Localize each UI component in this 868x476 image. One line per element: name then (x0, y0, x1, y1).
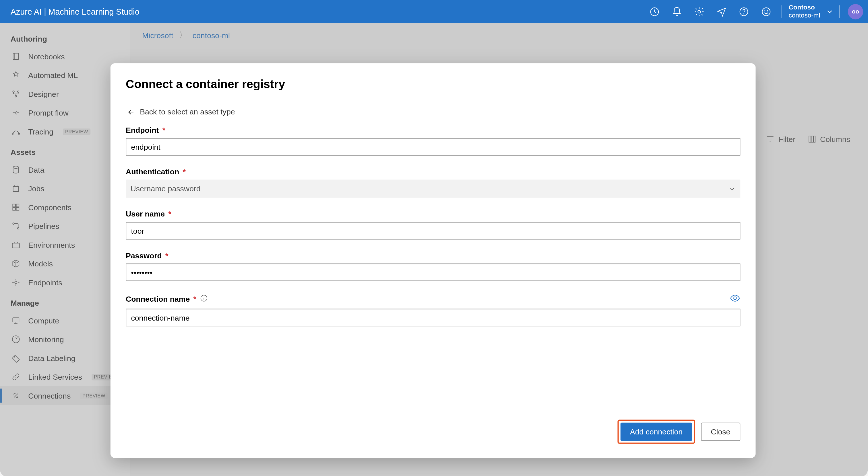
highlight-annotation: Add connection (618, 420, 695, 444)
username-label: User name* (126, 210, 740, 218)
endpoint-input[interactable] (126, 138, 740, 156)
endpoint-label: Endpoint* (126, 126, 740, 134)
svg-point-8 (12, 91, 14, 92)
svg-point-24 (14, 356, 14, 357)
sidebar-item-label: Pipelines (28, 222, 59, 231)
tracing-icon (11, 126, 21, 137)
recent-icon[interactable] (644, 0, 666, 23)
connection-name-input[interactable] (126, 309, 740, 326)
svg-point-21 (14, 281, 17, 283)
password-label: Password* (126, 251, 740, 260)
avatar[interactable]: oo (848, 4, 863, 19)
sidebar-item-label: Compute (28, 316, 59, 325)
smiley-icon[interactable] (755, 0, 778, 23)
svg-point-5 (765, 10, 765, 11)
sidebar-item-label: Connections (28, 391, 71, 400)
labeling-icon (11, 353, 21, 363)
sidebar-item-label: Data (28, 165, 44, 174)
connect-registry-modal: Connect a container registry Back to sel… (111, 63, 756, 458)
sidebar-item-label: Components (28, 203, 71, 212)
breadcrumb: Microsoft 〉 contoso-ml (130, 23, 868, 47)
svg-rect-17 (17, 208, 19, 210)
breadcrumb-root[interactable]: Microsoft (142, 31, 173, 40)
sidebar-item-label: Designer (28, 90, 59, 98)
close-button[interactable]: Close (701, 423, 741, 441)
add-connection-button[interactable]: Add connection (621, 423, 692, 441)
breadcrumb-current[interactable]: contoso-ml (193, 31, 230, 40)
pipelines-icon (11, 221, 21, 231)
models-icon (11, 258, 21, 269)
svg-rect-16 (12, 208, 16, 210)
svg-rect-22 (12, 318, 19, 322)
connection-name-label: Connection name* (126, 293, 740, 305)
promptflow-icon (11, 107, 21, 118)
back-link[interactable]: Back to select an asset type (126, 107, 740, 116)
svg-point-9 (18, 91, 19, 92)
svg-point-18 (12, 223, 14, 224)
svg-rect-25 (809, 136, 811, 142)
data-icon (11, 164, 21, 175)
visibility-icon[interactable] (730, 293, 740, 305)
feedback-icon[interactable] (710, 0, 733, 23)
monitoring-icon (11, 334, 21, 345)
notifications-icon[interactable] (666, 0, 688, 23)
preview-badge: PREVIEW (63, 128, 90, 135)
svg-point-6 (768, 10, 768, 11)
svg-point-10 (15, 96, 17, 97)
notebooks-icon (11, 51, 21, 62)
sidebar-item-label: Monitoring (28, 335, 64, 344)
preview-badge: PREVIEW (80, 392, 107, 399)
svg-rect-20 (12, 243, 20, 248)
svg-point-1 (698, 10, 701, 12)
automl-icon (11, 70, 21, 80)
components-icon (11, 202, 21, 212)
username-input[interactable] (126, 222, 740, 239)
connections-icon (11, 390, 21, 401)
svg-point-29 (734, 297, 736, 299)
info-icon[interactable] (200, 294, 208, 304)
environments-icon (11, 239, 21, 250)
sidebar-item-notebooks[interactable]: Notebooks (0, 47, 130, 66)
help-icon[interactable] (733, 0, 755, 23)
sidebar-item-label: Automated ML (28, 71, 78, 80)
sidebar-item-label: Endpoints (28, 278, 62, 287)
tenant-chevron-icon[interactable] (824, 7, 836, 16)
svg-rect-15 (17, 204, 19, 207)
sidebar-item-label: Models (28, 259, 53, 268)
svg-rect-27 (813, 136, 815, 142)
sidebar-item-label: Prompt flow (28, 108, 69, 117)
designer-icon (11, 89, 21, 99)
svg-point-4 (763, 7, 770, 15)
svg-rect-7 (13, 53, 19, 60)
svg-point-3 (744, 13, 744, 14)
compute-icon (11, 315, 21, 326)
sidebar-item-label: Environments (28, 240, 75, 249)
svg-point-19 (18, 228, 19, 229)
sidebar-item-label: Jobs (28, 184, 44, 193)
app-title: Azure AI | Machine Learning Studio (11, 7, 140, 16)
endpoints-icon (11, 277, 21, 287)
filter-button[interactable]: Filter (766, 134, 795, 144)
tenant-selector[interactable]: Contoso contoso-ml (788, 4, 820, 19)
svg-point-23 (12, 336, 20, 343)
authentication-select[interactable]: Username password (126, 179, 740, 198)
columns-button[interactable]: Columns (807, 134, 850, 144)
chevron-right-icon: 〉 (179, 30, 187, 40)
sidebar-item-label: Data Labeling (28, 353, 75, 363)
linked-icon (11, 372, 21, 382)
authentication-label: Authentication* (126, 167, 740, 176)
modal-title: Connect a container registry (126, 77, 740, 91)
jobs-icon (11, 183, 21, 194)
sidebar-item-label: Notebooks (28, 52, 65, 61)
svg-rect-14 (12, 204, 16, 207)
sidebar-item-label: Linked Services (28, 372, 82, 381)
sidebar-item-label: Tracing (28, 127, 53, 136)
back-link-label: Back to select an asset type (140, 107, 235, 116)
svg-rect-26 (811, 136, 813, 142)
settings-icon[interactable] (688, 0, 710, 23)
password-input[interactable] (126, 264, 740, 281)
top-header: Azure AI | Machine Learning Studio Conto… (0, 0, 868, 23)
sidebar-section-title: Authoring (0, 28, 130, 47)
svg-point-13 (13, 166, 19, 168)
